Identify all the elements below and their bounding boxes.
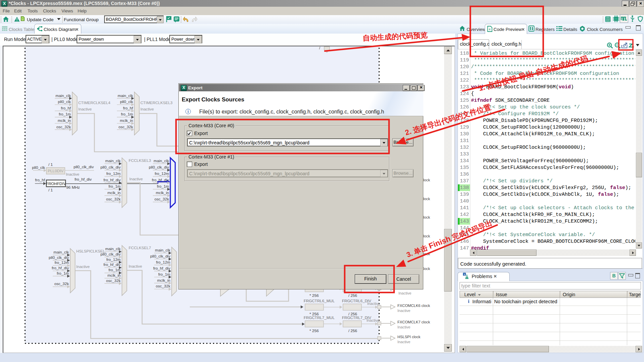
svg-text:/ 256: / 256 <box>348 328 357 333</box>
svg-text:mclk_in: mclk_in <box>108 190 121 195</box>
svg-text:fro_hf_div: fro_hf_div <box>153 266 170 270</box>
svg-text:fro_1m: fro_1m <box>109 268 121 272</box>
svg-text:pll0_clk_div: pll0_clk_div <box>100 165 121 169</box>
svg-text:main_clk: main_clk <box>155 248 170 252</box>
svg-text:FCCLKSEL3: FCCLKSEL3 <box>129 158 151 163</box>
svg-text:0101: 0101 <box>606 20 610 22</box>
svg-text:main_clk: main_clk <box>55 93 71 98</box>
svg-text:fro_1m: fro_1m <box>121 112 133 116</box>
svg-text:Inactive: Inactive <box>140 107 154 111</box>
svg-text:pll0_clk_div: pll0_clk_div <box>150 254 170 258</box>
svg-text:FXCOMCLK6 clock: FXCOMCLK6 clock <box>397 304 430 308</box>
svg-text:mclk_in: mclk_in <box>157 278 170 282</box>
svg-text:pll0_clk_div: pll0_clk_div <box>100 252 121 256</box>
svg-text:fro_1m: fro_1m <box>157 184 169 188</box>
svg-text:fro_1m: fro_1m <box>57 271 69 275</box>
svg-text:fro_hf_div: fro_hf_div <box>75 177 92 181</box>
svg-text:fro_hf: fro_hf <box>61 106 71 110</box>
svg-text:FXCOMCLK7 clock: FXCOMCLK7 clock <box>397 320 430 324</box>
svg-text:/ 256: / 256 <box>348 293 357 298</box>
svg-text:pll0_clk: pll0_clk <box>120 99 133 104</box>
svg-text:main_clk: main_clk <box>53 250 69 254</box>
svg-text:pll0_clk_div: pll0_clk_div <box>49 255 69 260</box>
svg-text:fro_hf: fro_hf <box>35 178 45 182</box>
svg-text:Inactive: Inactive <box>397 340 411 344</box>
svg-text:/ 1: / 1 <box>48 162 53 167</box>
svg-text:FRGCTRL7_DIV: FRGCTRL7_DIV <box>342 315 371 320</box>
svg-text:pll0_clk_div: pll0_clk_div <box>149 165 169 169</box>
svg-text:osc_32k: osc_32k <box>119 125 133 129</box>
svg-text:osc_32k: osc_32k <box>156 284 170 288</box>
svg-text:Inactive: Inactive <box>129 264 142 268</box>
svg-text:pll0_clk: pll0_clk <box>58 99 71 104</box>
svg-text:fro_12m: fro_12m <box>54 260 69 265</box>
svg-text:Inactive: Inactive <box>397 309 411 313</box>
svg-text:fro_hf_div: fro_hf_div <box>52 266 69 270</box>
svg-text:FROHFDIV: FROHFDIV <box>46 181 66 186</box>
svg-text:fro_12m: fro_12m <box>106 171 121 176</box>
svg-text:fro_hf: fro_hf <box>123 106 133 110</box>
svg-text:osc_32k: osc_32k <box>106 278 121 283</box>
svg-text:osc_32k: osc_32k <box>56 125 71 129</box>
svg-text:* 256: * 256 <box>309 293 319 298</box>
svg-text:fro_hf_div: fro_hf_div <box>103 178 121 182</box>
svg-text:fro_hf_div: fro_hf_div <box>152 178 169 182</box>
svg-text:Inactive: Inactive <box>129 177 143 181</box>
svg-text:osc_32k: osc_32k <box>54 281 69 286</box>
svg-text:mclk_in: mclk_in <box>108 273 121 277</box>
svg-text:* 256: * 256 <box>309 328 319 333</box>
svg-text:HSLSPI clock: HSLSPI clock <box>397 335 421 339</box>
svg-text:CTIMERCLKSEL3: CTIMERCLKSEL3 <box>140 100 172 105</box>
svg-text:main_clk: main_clk <box>154 159 169 163</box>
svg-text:pll0_clk_div: pll0_clk_div <box>74 165 94 169</box>
svg-text:/ 1: / 1 <box>48 188 53 192</box>
svg-text:mclk_in: mclk_in <box>58 118 71 123</box>
svg-text:fro_hf_div: fro_hf_div <box>103 262 121 267</box>
svg-text:Inactive: Inactive <box>76 264 90 269</box>
svg-text:mclk_in: mclk_in <box>156 190 169 195</box>
svg-text:osc_32k: osc_32k <box>155 197 169 201</box>
svg-text:FRGCTRL7_MUL: FRGCTRL7_MUL <box>304 315 335 320</box>
svg-text:fro_12m: fro_12m <box>156 260 170 264</box>
svg-text:fro_1m: fro_1m <box>59 112 71 116</box>
svg-text:Inactive: Inactive <box>78 107 92 111</box>
svg-text:fro_1m: fro_1m <box>158 272 170 276</box>
svg-text:fro_1m: fro_1m <box>109 184 121 188</box>
svg-text:FCCLKSEL7: FCCLKSEL7 <box>129 245 151 250</box>
svg-text:osc_32k: osc_32k <box>106 197 121 201</box>
svg-text:main_clk: main_clk <box>118 93 133 98</box>
svg-text:96 MHz: 96 MHz <box>66 185 80 190</box>
svg-text:main_clk: main_clk <box>105 159 121 163</box>
svg-text:pll0_clk: pll0_clk <box>32 165 45 170</box>
svg-text:mclk_in: mclk_in <box>120 118 133 123</box>
svg-text:CTIMERCLKSEL4: CTIMERCLKSEL4 <box>78 100 111 105</box>
svg-text:Inactive: Inactive <box>66 172 79 176</box>
svg-text:fro_12m: fro_12m <box>106 257 121 262</box>
svg-text:fro_12m: fro_12m <box>155 171 169 176</box>
svg-text:PLL0DIV: PLL0DIV <box>48 169 63 173</box>
svg-text:FRGCTRL6_MUL: FRGCTRL6_MUL <box>304 299 335 303</box>
svg-text:FRGCTRL6_DIV: FRGCTRL6_DIV <box>342 299 371 303</box>
svg-text:i: i <box>464 273 465 276</box>
svg-text:main_clk: main_clk <box>105 246 121 251</box>
svg-text:c: c <box>489 27 490 31</box>
svg-text:Inactive: Inactive <box>398 291 412 295</box>
svg-text:Inactive: Inactive <box>397 325 411 329</box>
